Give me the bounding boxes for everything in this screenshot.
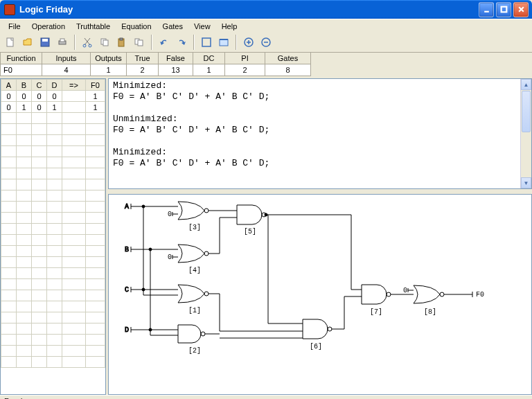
- svg-text:[5]: [5]: [244, 228, 256, 236]
- svg-text:0: 0: [168, 254, 172, 261]
- undo-icon[interactable]: [157, 35, 172, 50]
- sum-hdr-true[interactable]: True: [127, 53, 159, 64]
- input-c: C: [125, 286, 129, 294]
- statusbar: Ready: [0, 395, 532, 399]
- zoom-fit-icon[interactable]: [199, 35, 214, 50]
- menubar[interactable]: File Operation Truthtable Equation Gates…: [0, 19, 532, 33]
- scroll-down-icon[interactable]: ▼: [521, 177, 531, 188]
- svg-rect-12: [103, 40, 108, 46]
- sum-hdr-gates[interactable]: Gates: [265, 53, 311, 64]
- scroll-up-icon[interactable]: ▲: [521, 79, 531, 90]
- app-icon: [4, 4, 15, 15]
- svg-rect-1: [501, 7, 506, 12]
- equation-text: Minimized: F0 = A' B' C' D' + A' B C' D;…: [109, 79, 531, 170]
- svg-point-83: [149, 248, 152, 251]
- menu-operation[interactable]: Operation: [26, 21, 71, 32]
- menu-help[interactable]: Help: [216, 21, 243, 32]
- titlebar: Logic Friday: [0, 0, 532, 19]
- svg-point-82: [142, 205, 145, 208]
- copy-doc-icon[interactable]: [132, 35, 147, 50]
- zoom-window-icon[interactable]: [216, 35, 231, 50]
- svg-point-35: [204, 209, 209, 213]
- truthtable-pane: A B C D => F0 0 0 0 0 1 0 1: [0, 78, 108, 395]
- svg-text:[4]: [4]: [188, 267, 201, 274]
- svg-point-44: [142, 288, 145, 291]
- close-button[interactable]: [513, 2, 529, 17]
- splitter[interactable]: [108, 189, 532, 194]
- open-file-icon[interactable]: [20, 35, 35, 50]
- svg-text:[1]: [1]: [188, 307, 201, 314]
- print-icon[interactable]: [55, 35, 70, 50]
- redo-icon[interactable]: [174, 35, 189, 50]
- svg-point-72: [387, 292, 391, 296]
- paste-icon[interactable]: [114, 35, 130, 50]
- sum-hdr-dc[interactable]: DC: [193, 53, 225, 64]
- tt-hdr-d[interactable]: D: [47, 80, 62, 91]
- svg-point-45: [204, 292, 209, 296]
- svg-text:[2]: [2]: [188, 347, 201, 355]
- svg-rect-4: [7, 38, 13, 46]
- output-label: F0: [476, 291, 484, 299]
- cut-icon[interactable]: [80, 35, 95, 50]
- tt-row[interactable]: 0 1 0 1 1: [1, 102, 105, 113]
- input-d: D: [125, 326, 129, 334]
- copy-icon[interactable]: [97, 35, 112, 50]
- tt-hdr-f0[interactable]: F0: [86, 80, 105, 91]
- svg-rect-18: [220, 39, 228, 46]
- input-a: A: [125, 203, 129, 211]
- window-title: Logic Friday: [19, 4, 73, 15]
- menu-equation[interactable]: Equation: [116, 21, 157, 32]
- svg-text:[7]: [7]: [370, 308, 382, 316]
- svg-text:0: 0: [168, 211, 172, 218]
- svg-point-41: [204, 251, 209, 256]
- minus-icon[interactable]: [258, 35, 274, 50]
- sum-hdr-inputs[interactable]: Inputs: [42, 53, 91, 64]
- sum-hdr-outputs[interactable]: Outputs: [91, 53, 127, 64]
- svg-point-64: [328, 327, 332, 331]
- scrollbar[interactable]: ▲ ▼: [520, 79, 531, 188]
- svg-rect-14: [120, 38, 123, 40]
- svg-point-84: [265, 213, 267, 216]
- equation-pane[interactable]: Minimized: F0 = A' B' C' D' + A' B C' D;…: [108, 78, 532, 189]
- tt-row[interactable]: 0 0 0 0 1: [1, 91, 105, 102]
- menu-file[interactable]: File: [3, 21, 26, 32]
- tt-hdr-a[interactable]: A: [1, 80, 17, 91]
- svg-point-48: [149, 328, 152, 331]
- new-file-icon[interactable]: [3, 35, 18, 50]
- toolbar: [0, 33, 532, 52]
- sum-hdr-function[interactable]: Function: [1, 53, 42, 64]
- maximize-button[interactable]: [496, 2, 511, 17]
- tt-hdr-b[interactable]: B: [17, 80, 32, 91]
- svg-text:[3]: [3]: [188, 224, 201, 231]
- svg-point-78: [440, 292, 444, 296]
- summary-table: Function Inputs Outputs True False DC PI…: [0, 52, 532, 76]
- svg-rect-16: [138, 40, 143, 46]
- svg-point-49: [201, 332, 205, 336]
- plus-icon[interactable]: [241, 35, 256, 50]
- sum-hdr-false[interactable]: False: [159, 53, 193, 64]
- svg-text:[6]: [6]: [310, 343, 322, 351]
- svg-rect-8: [60, 39, 64, 42]
- menu-gates[interactable]: Gates: [157, 21, 188, 32]
- truthtable[interactable]: A B C D => F0 0 0 0 0 1 0 1: [0, 78, 106, 395]
- tt-hdr-c[interactable]: C: [32, 80, 47, 91]
- svg-rect-6: [42, 39, 48, 42]
- tt-hdr-arrow[interactable]: =>: [62, 80, 86, 91]
- menu-truthtable[interactable]: Truthtable: [71, 21, 116, 32]
- summary-row[interactable]: F0 4 1 2 13 1 2 8: [1, 64, 532, 76]
- menu-view[interactable]: View: [188, 21, 216, 32]
- minimize-button[interactable]: [479, 2, 494, 17]
- gate-diagram[interactable]: A B C D 0 [3]: [108, 194, 532, 395]
- svg-rect-17: [202, 38, 211, 46]
- scroll-thumb[interactable]: [522, 91, 531, 132]
- save-icon[interactable]: [37, 35, 53, 50]
- sum-hdr-pi[interactable]: PI: [225, 53, 265, 64]
- svg-text:[8]: [8]: [424, 308, 436, 316]
- input-b: B: [125, 246, 129, 254]
- svg-text:0: 0: [403, 287, 407, 294]
